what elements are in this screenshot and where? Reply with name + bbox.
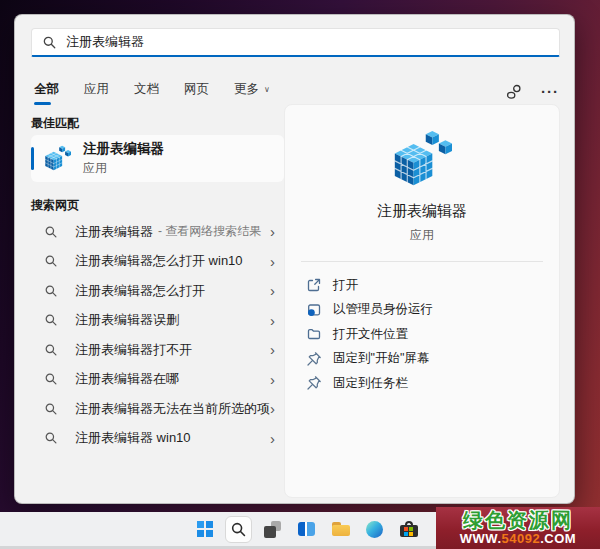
web-search-heading: 搜索网页 (31, 197, 79, 214)
file-explorer-icon (332, 522, 350, 536)
best-match-item[interactable]: 注册表编辑器 应用 (31, 135, 284, 182)
context-actions-list: 打开 以管理员身份运行 打开文件位置 固定到"开始"屏幕 固定到任务栏 (285, 273, 559, 396)
search-icon (44, 402, 59, 416)
search-suggestion-row[interactable]: 注册表编辑器怎么打开 win10 › (31, 247, 284, 277)
chevron-right-icon: › (270, 223, 275, 240)
search-suggestion-row[interactable]: 注册表编辑器 win10 › (31, 424, 284, 454)
action-run-as-admin[interactable]: 以管理员身份运行 (306, 298, 538, 323)
best-match-title: 注册表编辑器 (83, 140, 164, 158)
pin-taskbar-icon (306, 375, 322, 391)
best-match-subtitle: 应用 (83, 160, 164, 177)
chevron-right-icon: › (270, 341, 275, 358)
web-suggestions-list: 注册表编辑器 - 查看网络搜索结果 › 注册表编辑器怎么打开 win10 › 注… (31, 217, 284, 453)
task-view-icon (264, 521, 281, 538)
chevron-right-icon: › (270, 430, 275, 447)
action-label: 打开 (333, 277, 358, 294)
watermark-site-name: 绿色资源网 (463, 510, 573, 531)
tab-label: 全部 (34, 82, 59, 96)
taskbar-start-button[interactable] (191, 516, 218, 543)
tab-全部[interactable]: 全部 (33, 77, 60, 107)
chevron-right-icon: › (270, 400, 275, 417)
chevron-right-icon: › (270, 312, 275, 329)
search-suggestion-row[interactable]: 注册表编辑器打不开 › (31, 335, 284, 365)
registry-editor-icon (44, 145, 71, 172)
search-taskbar-icon (230, 521, 247, 538)
action-pin-taskbar[interactable]: 固定到任务栏 (306, 371, 538, 396)
watermark: 绿色资源网 WWW.54092.COM (436, 507, 600, 549)
action-label: 固定到任务栏 (333, 375, 408, 392)
action-folder[interactable]: 打开文件位置 (306, 322, 538, 347)
registry-icon (392, 129, 452, 189)
suggestion-text: 注册表编辑器怎么打开 win10 (75, 252, 243, 270)
taskbar-edge-button[interactable] (361, 516, 388, 543)
tab-应用[interactable]: 应用 (83, 77, 110, 107)
chevron-right-icon: › (270, 282, 275, 299)
registry-editor-icon-large (285, 129, 559, 189)
suggestion-text: 注册表编辑器 (75, 223, 153, 241)
suggestion-text: 注册表编辑器误删 (75, 311, 179, 329)
tab-label: 文档 (134, 82, 159, 96)
search-input[interactable]: 注册表编辑器 (31, 28, 560, 57)
pin-start-icon (306, 351, 322, 367)
preview-app-title: 注册表编辑器 (285, 202, 559, 221)
search-icon (44, 431, 59, 445)
action-label: 固定到"开始"屏幕 (333, 350, 429, 367)
taskbar-search-taskbar-button[interactable] (225, 516, 252, 543)
taskbar-file-explorer-button[interactable] (327, 516, 354, 543)
chevron-down-icon: ∨ (264, 85, 270, 94)
search-icon (44, 254, 59, 268)
taskbar-icons (191, 516, 422, 543)
start-icon (197, 521, 213, 537)
tab-label: 网页 (184, 82, 209, 96)
search-suggestion-row[interactable]: 注册表编辑器无法在当前所选的项 › (31, 394, 284, 424)
search-icon (44, 313, 59, 327)
run-as-admin-icon (306, 302, 322, 318)
suggestion-text: 注册表编辑器打不开 (75, 341, 192, 359)
search-icon (44, 225, 59, 239)
action-pin-start[interactable]: 固定到"开始"屏幕 (306, 347, 538, 372)
tab-label: 应用 (84, 82, 109, 96)
suggestion-text: 注册表编辑器无法在当前所选的项 (75, 400, 270, 418)
tab-文档[interactable]: 文档 (133, 77, 160, 107)
store-icon (400, 521, 418, 537)
suggestion-suffix: - 查看网络搜索结果 (158, 223, 261, 240)
search-suggestion-row[interactable]: 注册表编辑器 - 查看网络搜索结果 › (31, 217, 284, 247)
search-query-text: 注册表编辑器 (66, 33, 144, 51)
action-label: 打开文件位置 (333, 326, 408, 343)
best-match-heading: 最佳匹配 (31, 115, 79, 132)
tab-label: 更多 (234, 82, 259, 96)
sign-in-options-icon[interactable] (504, 82, 524, 102)
chevron-right-icon: › (270, 371, 275, 388)
selection-accent-bar (31, 147, 34, 170)
search-icon (42, 35, 57, 50)
header-actions: ··· (504, 82, 560, 102)
suggestion-text: 注册表编辑器在哪 (75, 370, 179, 388)
preview-app-subtitle: 应用 (285, 227, 559, 244)
open-external-icon (306, 277, 322, 293)
action-label: 以管理员身份运行 (333, 301, 433, 318)
search-suggestion-row[interactable]: 注册表编辑器在哪 › (31, 365, 284, 395)
widgets-icon (298, 522, 315, 536)
chevron-right-icon: › (270, 253, 275, 270)
suggestion-text: 注册表编辑器 win10 (75, 429, 191, 447)
search-flyout-panel: 注册表编辑器 全部应用文档网页更多∨ ··· 最佳匹配 (14, 14, 575, 504)
suggestion-text: 注册表编辑器怎么打开 (75, 282, 205, 300)
preview-panel: 注册表编辑器 应用 打开 以管理员身份运行 打开文件位置 固定到"开始"屏幕 固… (284, 104, 560, 498)
taskbar-widgets-button[interactable] (293, 516, 320, 543)
watermark-url: WWW.54092.COM (460, 531, 576, 546)
registry-icon (44, 145, 71, 172)
folder-icon (306, 326, 322, 342)
tab-网页[interactable]: 网页 (183, 77, 210, 107)
taskbar-store-button[interactable] (395, 516, 422, 543)
taskbar-task-view-button[interactable] (259, 516, 286, 543)
more-options-icon[interactable]: ··· (540, 82, 560, 102)
search-suggestion-row[interactable]: 注册表编辑器怎么打开 › (31, 276, 284, 306)
search-icon (44, 284, 59, 298)
search-filter-tabs: 全部应用文档网页更多∨ ··· (33, 77, 560, 107)
action-open-external[interactable]: 打开 (306, 273, 538, 298)
search-icon (44, 372, 59, 386)
search-icon (44, 343, 59, 357)
edge-icon (366, 521, 383, 538)
tab-更多[interactable]: 更多∨ (233, 77, 271, 107)
search-suggestion-row[interactable]: 注册表编辑器误删 › (31, 306, 284, 336)
